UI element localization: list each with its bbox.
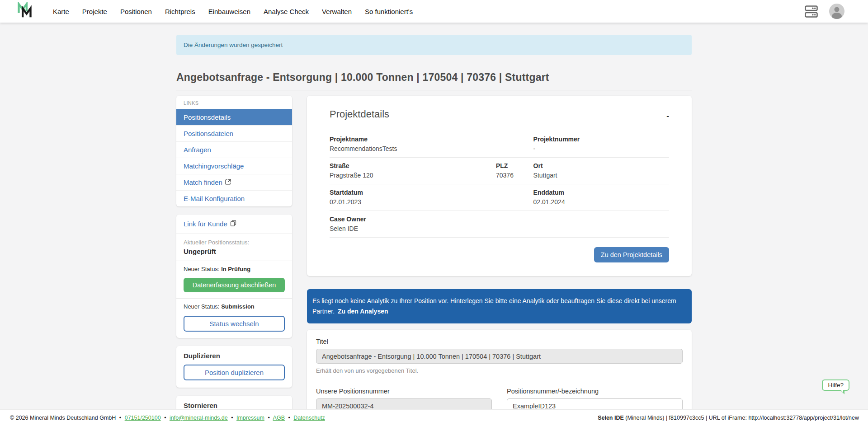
- nav-item-karte[interactable]: Karte: [53, 8, 69, 15]
- logo-icon: [17, 2, 32, 21]
- our-position-number-label: Unsere Positionsnummer: [316, 388, 492, 395]
- field-label: Enddatum: [533, 189, 669, 196]
- project-details-row: Startdatum 02.01.2023 Enddatum 02.01.202…: [330, 184, 669, 211]
- navbar-right-actions: [805, 4, 844, 19]
- sidebar-item-label: Match finden: [184, 178, 222, 186]
- field-value: Pragstraße 120: [330, 172, 496, 179]
- current-status-value: Ungeprüft: [184, 248, 285, 255]
- footer-agb-link[interactable]: AGB: [273, 415, 285, 421]
- field-label: Ort: [533, 162, 669, 169]
- complete-data-entry-button[interactable]: Datenerfassung abschließen: [184, 278, 285, 292]
- field-label: Straße: [330, 162, 496, 169]
- copy-icon[interactable]: [230, 220, 236, 228]
- field-value: Stuttgart: [533, 172, 669, 179]
- sidebar-item-label: Matchingvorschläge: [184, 162, 244, 170]
- sidebar-item-match-finden[interactable]: Match finden: [176, 174, 292, 190]
- sidebar-item-positionsdateien[interactable]: Positionsdateien: [176, 125, 292, 141]
- sidebar-item-positionsdetails[interactable]: Positionsdetails: [176, 109, 292, 125]
- field-value: RecommendationsTests: [330, 145, 533, 152]
- footer-session-info: Selen IDE (Mineral Minds) | f810997c3cc5…: [598, 415, 859, 421]
- new-status-value: Submission: [221, 303, 255, 310]
- save-success-alert: Die Änderungen wurden gespeichert: [176, 35, 692, 55]
- nav-item-positionen[interactable]: Positionen: [120, 8, 152, 15]
- field-label: Projektnummer: [533, 136, 669, 143]
- field-label: Startdatum: [330, 189, 533, 196]
- sidebar-item-label: Positionsdateien: [184, 130, 233, 137]
- field-value: 02.01.2023: [330, 198, 533, 206]
- footer-legal: © 2026 Mineral Minds Deutschland GmbH • …: [10, 415, 325, 421]
- field-label: PLZ: [496, 162, 533, 169]
- go-to-project-details-button[interactable]: Zu den Projektdetails: [594, 247, 669, 262]
- field-label: Case Owner: [330, 215, 533, 223]
- nav-item-einbauweisen[interactable]: Einbauweisen: [208, 8, 250, 15]
- footer: © 2026 Mineral Minds Deutschland GmbH • …: [0, 409, 868, 426]
- project-details-row: Straße Pragstraße 120 PLZ 70376 Ort Stut…: [330, 158, 669, 184]
- sidebar-item-label: Anfragen: [184, 146, 211, 154]
- sidebar-item-label: Positionsdetails: [184, 113, 231, 121]
- field-label: Projektname: [330, 136, 533, 143]
- duplicate-card: Duplizieren Position duplizieren: [176, 346, 292, 388]
- sidebar-links-header: LINKS: [176, 96, 292, 109]
- title-field-label: Titel: [316, 338, 683, 345]
- mineral-minds-logo[interactable]: [17, 2, 32, 21]
- field-value: 02.01.2024: [533, 198, 669, 206]
- title-field-input: [316, 349, 683, 364]
- nav-item-verwalten[interactable]: Verwalten: [322, 8, 352, 15]
- nav-item-analyse-check[interactable]: Analyse Check: [264, 8, 309, 15]
- footer-email-link[interactable]: info@mineral-minds.de: [170, 415, 228, 421]
- sidebar-item-email-konfiguration[interactable]: E-Mail Konfiguration: [176, 190, 292, 206]
- field-value: 70376: [496, 172, 533, 179]
- field-value: -: [533, 145, 669, 152]
- project-details-row: Case Owner Selen IDE: [330, 211, 669, 238]
- customer-link[interactable]: Link für Kunde: [176, 215, 292, 234]
- field-value: Selen IDE: [330, 225, 533, 232]
- nav-item-projekte[interactable]: Projekte: [82, 8, 107, 15]
- footer-separator: •: [268, 415, 269, 421]
- position-number-designation-label: Positionsnummer/-bezeichnung: [507, 388, 683, 395]
- project-details-card: Projektdetails - Projektname Recommendat…: [307, 96, 692, 276]
- new-status-prefix: Neuer Status:: [184, 303, 220, 310]
- footer-phone-link[interactable]: 07151/250100: [125, 415, 161, 421]
- current-status-label: Aktueller Positionsstatus:: [184, 239, 285, 246]
- help-button[interactable]: Hilfe?: [822, 379, 849, 391]
- sidebar-item-matchingvorschlaege[interactable]: Matchingvorschläge: [176, 158, 292, 174]
- external-link-icon: [225, 178, 231, 186]
- page-title: Angebotsanfrage - Entsorgung | 10.000 To…: [176, 71, 692, 90]
- nav-item-richtpreis[interactable]: Richtpreis: [165, 8, 195, 15]
- footer-separator: •: [164, 415, 166, 421]
- switch-status-button[interactable]: Status wechseln: [184, 316, 285, 332]
- duplicate-position-button[interactable]: Position duplizieren: [184, 365, 285, 380]
- project-details-title: Projektdetails: [330, 108, 389, 120]
- sidebar-item-anfragen[interactable]: Anfragen: [176, 141, 292, 158]
- status-card: Link für Kunde Aktueller Positionsstatus…: [176, 215, 292, 338]
- new-status-row-1: Neuer Status: In Prüfung: [176, 261, 292, 276]
- new-status-prefix: Neuer Status:: [184, 266, 220, 272]
- project-details-row: Projektname RecommendationsTests Projekt…: [330, 131, 669, 158]
- footer-datenschutz-link[interactable]: Datenschutz: [293, 415, 325, 421]
- footer-impressum-link[interactable]: Impressum: [236, 415, 264, 421]
- duplicate-card-title: Duplizieren: [184, 352, 285, 360]
- new-status-value: In Prüfung: [221, 266, 250, 272]
- sidebar: LINKS Positionsdetails Positionsdateien …: [176, 96, 292, 426]
- server-stack-icon[interactable]: [805, 5, 818, 18]
- user-avatar-icon[interactable]: [829, 4, 844, 19]
- collapse-toggle-icon[interactable]: -: [666, 112, 669, 120]
- cancel-card-title: Stornieren: [184, 402, 285, 409]
- main-content: Projektdetails - Projektname Recommendat…: [307, 96, 692, 426]
- new-status-row-2: Neuer Status: Submission: [176, 299, 292, 313]
- go-to-analyses-link[interactable]: Zu den Analysen: [338, 308, 388, 315]
- sidebar-links-card: LINKS Positionsdetails Positionsdateien …: [176, 96, 292, 206]
- analytics-info-banner: Es liegt noch keine Analytik zu Ihrer Po…: [307, 289, 692, 323]
- footer-copyright: © 2026 Mineral Minds Deutschland GmbH: [10, 415, 116, 421]
- footer-separator: •: [119, 415, 121, 421]
- top-navbar: Karte Projekte Positionen Richtpreis Ein…: [0, 0, 868, 23]
- customer-link-label: Link für Kunde: [184, 220, 227, 228]
- sidebar-item-label: E-Mail Konfiguration: [184, 195, 245, 202]
- footer-separator: •: [288, 415, 290, 421]
- footer-user-name: Selen IDE: [598, 415, 624, 421]
- footer-separator: •: [231, 415, 233, 421]
- nav-item-so-funktionierts[interactable]: So funktioniert's: [365, 8, 413, 15]
- footer-session-details: (Mineral Minds) | f810997c3cc5 | URL of …: [624, 415, 859, 421]
- title-field-hint: Erhält den von uns vorgegebenen Titel.: [316, 367, 683, 374]
- main-navigation: Karte Projekte Positionen Richtpreis Ein…: [53, 8, 413, 15]
